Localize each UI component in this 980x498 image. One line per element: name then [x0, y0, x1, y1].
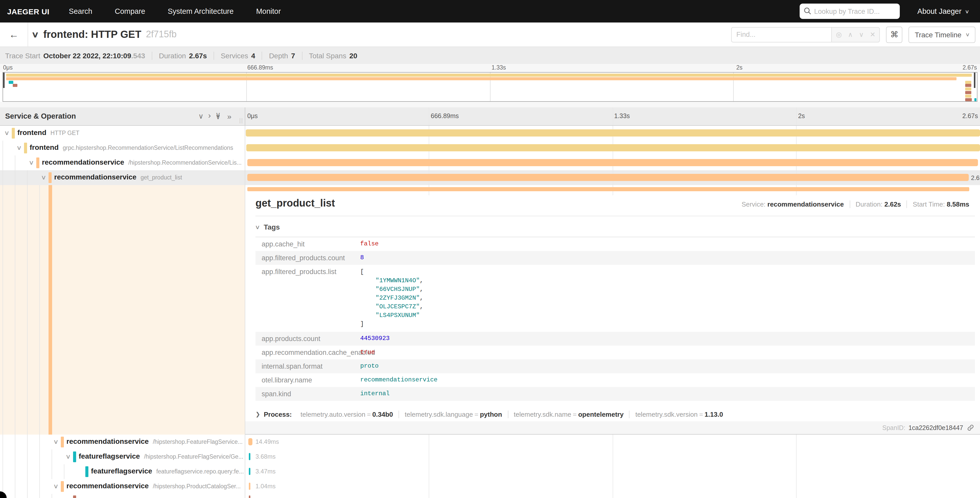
tag-row[interactable]: otel.library.namerecommendationservice [256, 373, 975, 387]
meta-value: 20 [350, 51, 357, 59]
chevron-right-icon: ❯ [256, 411, 260, 418]
tag-row[interactable]: span.kindinternal [256, 387, 975, 401]
nav-item-compare[interactable]: Compare [115, 7, 145, 15]
span-row[interactable] [0, 494, 980, 498]
minimap-left-scrubber[interactable] [3, 73, 5, 88]
keyboard-shortcuts-button[interactable]: ⌘ [886, 26, 903, 43]
nav-item-monitor[interactable]: Monitor [256, 7, 281, 15]
meta-services: Services 4 [213, 51, 262, 59]
span-row[interactable]: ∨frontendHTTP GET [0, 126, 980, 140]
span-row[interactable]: ∨recommendationservice/hipstershop.Featu… [0, 434, 980, 449]
meta-value: 7 [291, 51, 295, 59]
column-resize-handle[interactable]: || [239, 117, 243, 123]
span-name-cell[interactable]: ∨recommendationserviceget_product_list [0, 170, 245, 185]
span-timeline-cell[interactable] [245, 155, 980, 170]
tag-row[interactable]: internal.span.formatproto [256, 359, 975, 373]
span-name-cell[interactable] [0, 494, 245, 498]
span-timeline-cell[interactable]: 3.68ms [245, 449, 980, 464]
span-bar[interactable] [249, 495, 250, 498]
span-timeline-cell[interactable]: 3.47ms [245, 464, 980, 479]
span-bar[interactable] [249, 453, 250, 460]
span-toggle-chevron-icon[interactable]: ∨ [4, 129, 10, 137]
span-row[interactable]: ∨frontendgrpc.hipstershop.Recommendation… [0, 140, 980, 155]
trace-minimap[interactable] [3, 72, 977, 102]
span-timeline-cell[interactable] [245, 126, 980, 140]
span-bar[interactable] [246, 144, 980, 152]
span-bar[interactable] [247, 187, 969, 191]
span-row[interactable]: ∨featureflagservice/hipstershop.FeatureF… [0, 449, 980, 464]
span-name[interactable]: frontendgrpc.hipstershop.RecommendationS… [30, 143, 233, 152]
trace-id-lookup-input[interactable] [800, 3, 900, 19]
span-name[interactable]: recommendationservice/hipstershop.Featur… [67, 437, 243, 445]
link-icon[interactable] [967, 425, 974, 431]
find-input[interactable] [731, 27, 831, 42]
process-section[interactable]: ❯ Process: telemetry.auto.version=0.34b0… [256, 410, 975, 418]
about-jaeger-menu[interactable]: About Jaeger ∨ [917, 7, 969, 15]
jaeger-trace-page: JAEGER UI Search Compare System Architec… [0, 0, 980, 498]
span-name[interactable]: featureflagservice/hipstershop.FeatureFl… [79, 452, 243, 460]
expand-one-icon[interactable]: › [208, 112, 211, 121]
minimap-span-bar [965, 94, 971, 97]
span-bar[interactable] [248, 174, 969, 181]
tag-row[interactable]: app.products.count44530923 [256, 332, 975, 346]
indent-guide [52, 449, 52, 464]
span-name-cell[interactable]: ∨recommendationservice/hipstershop.Recom… [0, 155, 245, 170]
tag-row[interactable]: app.cache_hitfalse [256, 237, 975, 251]
span-detail-name-column [0, 185, 245, 434]
span-timeline-cell[interactable] [245, 494, 980, 498]
nav-item-system-architecture[interactable]: System Architecture [168, 7, 234, 15]
tick-label: 2.67s [963, 112, 978, 120]
span-name-cell[interactable]: featureflagservicefeatureflagservice.rep… [0, 464, 245, 479]
span-name-cell[interactable]: ∨recommendationservice/hipstershop.Featu… [0, 434, 245, 449]
span-timeline-cell[interactable]: 1.04ms [245, 479, 980, 494]
prev-result-icon[interactable]: ∧ [848, 31, 853, 38]
tag-row[interactable]: app.filtered_products.list["1YMWWN1N4O",… [256, 265, 975, 332]
span-toggle-chevron-icon[interactable]: ∨ [65, 453, 71, 460]
span-bar[interactable] [249, 483, 250, 490]
span-timeline-cell[interactable]: 14.49ms [245, 434, 980, 449]
span-toggle-chevron-icon[interactable]: ∨ [29, 159, 34, 166]
collapse-trace-chevron-icon[interactable]: ∨ [31, 30, 39, 39]
span-name-cell[interactable]: ∨featureflagservice/hipstershop.FeatureF… [0, 449, 245, 464]
trace-view-selector[interactable]: Trace Timeline ∨ [909, 26, 975, 43]
meta-label: Depth [269, 51, 288, 59]
next-result-icon[interactable]: ∨ [859, 31, 864, 38]
jaeger-logo[interactable]: JAEGER UI [7, 7, 49, 16]
span-bar[interactable] [245, 129, 980, 137]
span-row[interactable]: ∨recommendationservice/hipstershop.Recom… [0, 155, 980, 170]
tag-row[interactable]: app.recommendation.cache_enabledtrue [256, 346, 975, 359]
span-name-cell[interactable]: ∨frontendgrpc.hipstershop.Recommendation… [0, 140, 245, 155]
collapse-one-icon[interactable]: ∨ [198, 112, 204, 121]
span-toggle-chevron-icon[interactable]: ∨ [41, 174, 46, 181]
span-bar[interactable] [248, 438, 252, 445]
span-row[interactable]: featureflagservicefeatureflagservice.rep… [0, 464, 980, 479]
span-name-cell[interactable]: ∨frontendHTTP GET [0, 126, 245, 140]
expand-all-icon[interactable]: » [227, 112, 231, 121]
span-row[interactable]: ∨recommendationservice/hipstershop.Produ… [0, 479, 980, 494]
minimap-grid [3, 73, 977, 101]
tag-row[interactable]: app.filtered_products.count8 [256, 251, 975, 265]
span-toggle-chevron-icon[interactable]: ∨ [53, 438, 59, 445]
span-toggle-chevron-icon[interactable]: ∨ [53, 483, 59, 490]
back-button[interactable]: ← [0, 22, 28, 46]
span-name[interactable]: recommendationservice/hipstershop.Recomm… [42, 158, 242, 166]
timeline-ruler: 0μs 666.89ms 1.33s 2s 2.67s [245, 107, 980, 125]
top-nav: JAEGER UI Search Compare System Architec… [0, 0, 980, 22]
span-name[interactable]: recommendationserviceget_product_list [54, 173, 182, 181]
collapse-all-icon[interactable]: ∨∨ [215, 112, 223, 120]
span-name[interactable]: featureflagservicefeatureflagservice.rep… [91, 467, 244, 475]
tags-section-toggle[interactable]: ∨ Tags [256, 223, 975, 231]
span-timeline-cell[interactable] [245, 140, 980, 155]
clear-find-icon[interactable]: ✕ [870, 31, 875, 38]
minimap-right-scrubber[interactable] [974, 73, 975, 88]
span-bar[interactable] [249, 468, 250, 475]
span-bar[interactable] [248, 159, 978, 166]
span-row[interactable]: ∨recommendationserviceget_product_list2.… [0, 170, 980, 185]
span-name[interactable]: frontendHTTP GET [18, 128, 80, 137]
nav-item-search[interactable]: Search [69, 7, 92, 15]
span-toggle-chevron-icon[interactable]: ∨ [16, 144, 22, 152]
locate-icon[interactable]: ◎ [836, 31, 842, 38]
span-name-cell[interactable]: ∨recommendationservice/hipstershop.Produ… [0, 479, 245, 494]
span-timeline-cell[interactable]: 2.62s [245, 170, 980, 185]
span-name[interactable]: recommendationservice/hipstershop.Produc… [67, 482, 241, 490]
